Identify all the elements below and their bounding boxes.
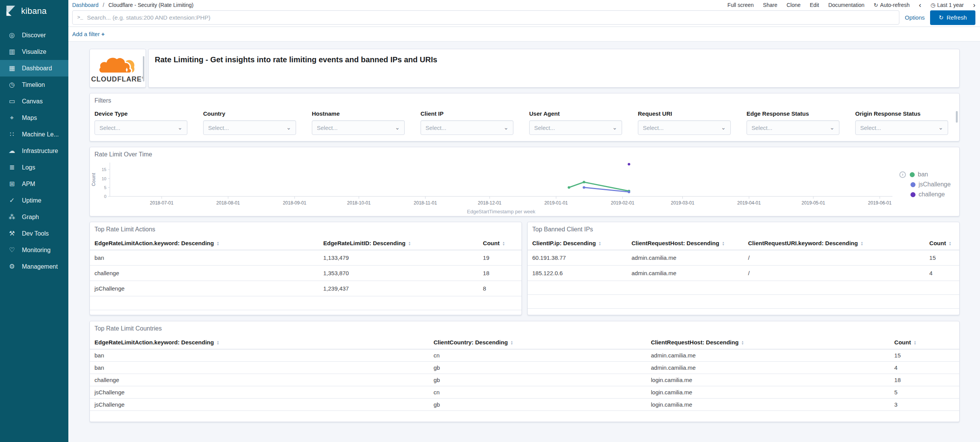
column-header-clientcountry-descending[interactable]: ClientCountry: Descending▲▼ — [429, 334, 646, 349]
kibana-brand-text: kibana — [21, 6, 47, 16]
svg-text:EdgeStartTimestamp per week: EdgeStartTimestamp per week — [467, 209, 535, 214]
actions-table: EdgeRateLimitAction.keyword: Descending▲… — [90, 235, 521, 310]
sidebar-item-canvas[interactable]: ▭Canvas — [0, 93, 68, 110]
breadcrumb-dashboard-link[interactable]: Dashboard — [72, 2, 99, 8]
options-link[interactable]: Options — [905, 14, 925, 21]
banned-ips-table: ClientIP.ip: Descending▲▼ClientRequestHo… — [528, 235, 959, 309]
legend-color-dot — [910, 192, 915, 197]
sidebar-item-discover[interactable]: ◎Discover — [0, 27, 68, 43]
legend-item-ban[interactable]: ›ban — [899, 169, 951, 179]
filter-select-user-agent[interactable]: Select...⌄ — [529, 120, 622, 135]
svg-text:0: 0 — [104, 194, 106, 199]
search-box[interactable]: >_ — [72, 10, 899, 25]
filter-select-country[interactable]: Select...⌄ — [203, 120, 296, 135]
menu-documentation[interactable]: Documentation — [828, 2, 864, 8]
time-forward-chevron-icon[interactable]: › — [973, 2, 975, 8]
sidebar-item-apm[interactable]: ⊞APM — [0, 176, 68, 192]
table-cell: 185.122.0.6 — [528, 266, 627, 281]
sidebar-item-dashboard[interactable]: ▦Dashboard — [0, 60, 68, 76]
sidebar-item-machine-learning[interactable]: ∷Machine Le... — [0, 126, 68, 143]
filter-client-ip: Client IPSelect...⌄ — [420, 110, 513, 135]
sidebar-item-label: APM — [22, 181, 35, 188]
svg-text:2019-05-01: 2019-05-01 — [801, 200, 825, 206]
legend-item-challenge[interactable]: challenge — [899, 189, 951, 199]
time-back-chevron-icon[interactable]: ‹ — [919, 2, 921, 8]
table-cell: gb — [429, 399, 646, 411]
column-header-clientrequesthost-descending[interactable]: ClientRequestHost: Descending▲▼ — [627, 235, 743, 250]
chevron-down-icon: ⌄ — [938, 124, 943, 131]
column-header-edgeratelimitaction-keyword-descending[interactable]: EdgeRateLimitAction.keyword: Descending▲… — [90, 334, 429, 349]
sidebar-item-label: Timelion — [22, 81, 45, 88]
kibana-logo-block[interactable]: kibana — [0, 0, 68, 22]
table-cell: 15 — [925, 250, 959, 266]
sidebar-item-label: Dashboard — [22, 65, 52, 72]
table-cell: ban — [90, 349, 429, 362]
auto-refresh-button[interactable]: ↻Auto-refresh — [874, 2, 910, 8]
table-cell: 4 — [890, 362, 959, 374]
column-header-clientrequesthost-descending[interactable]: ClientRequestHost: Descending▲▼ — [646, 334, 890, 349]
countries-table: EdgeRateLimitAction.keyword: Descending▲… — [90, 334, 959, 411]
sidebar-item-label: Visualize — [22, 48, 46, 55]
column-header-clientrequesturi-keyword-descending[interactable]: ClientRequestURI.keyword: Descending▲▼ — [743, 235, 925, 250]
filter-label: Device Type — [94, 110, 187, 117]
sidebar-item-graph[interactable]: ⁂Graph — [0, 209, 68, 225]
clock-icon: ◷ — [930, 2, 935, 8]
sidebar-item-label: Discover — [22, 32, 46, 39]
column-header-count[interactable]: Count▲▼ — [890, 334, 959, 349]
refresh-button[interactable]: ↻ Refresh — [930, 10, 975, 25]
table-cell: 19 — [478, 250, 521, 266]
main-area: Dashboard / Cloudflare - Security (Rate … — [68, 0, 980, 442]
filter-select-hostname[interactable]: Select...⌄ — [312, 120, 405, 135]
sidebar-item-monitoring[interactable]: ♡Monitoring — [0, 242, 68, 258]
select-placeholder: Select... — [99, 125, 120, 131]
column-header-edgeratelimitaction-keyword-descending[interactable]: EdgeRateLimitAction.keyword: Descending▲… — [90, 235, 319, 250]
column-header-clientip-ip-descending[interactable]: ClientIP.ip: Descending▲▼ — [528, 235, 627, 250]
column-header-count[interactable]: Count▲▼ — [925, 235, 959, 250]
filters-row: Device TypeSelect...⌄CountrySelect...⌄Ho… — [90, 104, 959, 135]
filter-select-client-ip[interactable]: Select...⌄ — [420, 120, 513, 135]
legend-item-jschallenge[interactable]: jsChallenge — [899, 179, 951, 189]
filter-select-edge-response-status[interactable]: Select...⌄ — [747, 120, 839, 135]
top-rate-limit-actions-panel: Top Rate Limit Actions EdgeRateLimitActi… — [89, 222, 522, 315]
sidebar-item-logs[interactable]: ≣Logs — [0, 159, 68, 176]
panel-scrollbar[interactable] — [143, 56, 144, 81]
search-input[interactable] — [87, 14, 895, 21]
filter-select-origin-response-status[interactable]: Select...⌄ — [855, 120, 948, 135]
legend-collapse-icon[interactable]: › — [899, 171, 906, 178]
table-cell: challenge — [90, 266, 319, 281]
sidebar-item-uptime[interactable]: ✓Uptime — [0, 192, 68, 209]
filter-label: Origin Response Status — [855, 110, 948, 117]
sidebar-item-management[interactable]: ⚙Management — [0, 258, 68, 275]
dashboard-description: Rate Limiting - Get insights into rate l… — [149, 49, 959, 64]
filter-select-device-type[interactable]: Select...⌄ — [94, 120, 187, 135]
column-header-edgeratelimitid-descending[interactable]: EdgeRateLimitID: Descending▲▼ — [319, 235, 478, 250]
topbar: Dashboard / Cloudflare - Security (Rate … — [68, 0, 980, 8]
panel-scrollbar[interactable] — [956, 111, 958, 123]
filter-label: Hostname — [312, 110, 405, 117]
legend-color-dot — [910, 172, 915, 177]
bar-chart-icon: ▥ — [8, 48, 16, 56]
filter-select-request-uri[interactable]: Select...⌄ — [638, 120, 731, 135]
menu-clone[interactable]: Clone — [786, 2, 801, 8]
time-picker-button[interactable]: ◷Last 1 year — [930, 2, 963, 8]
sidebar-item-dev-tools[interactable]: ⚒Dev Tools — [0, 225, 68, 242]
sort-icon: ▲▼ — [722, 241, 725, 246]
sidebar-item-infrastructure[interactable]: ☁Infrastructure — [0, 143, 68, 159]
top-menu: Full screenShareCloneEditDocumentation ↻… — [727, 2, 975, 8]
svg-text:2019-01-01: 2019-01-01 — [544, 200, 568, 206]
column-header-count[interactable]: Count▲▼ — [478, 235, 521, 250]
sidebar-item-timelion[interactable]: ◷Timelion — [0, 76, 68, 93]
menu-edit[interactable]: Edit — [810, 2, 819, 8]
sidebar-nav: ◎Discover▥Visualize▦Dashboard◷Timelion▭C… — [0, 22, 68, 275]
sidebar-item-maps[interactable]: ⌖Maps — [0, 110, 68, 126]
menu-full-screen[interactable]: Full screen — [727, 2, 753, 8]
sidebar-item-visualize[interactable]: ▥Visualize — [0, 43, 68, 60]
add-filter-link[interactable]: Add a filter+ — [72, 31, 104, 37]
chevron-down-icon: ⌄ — [829, 124, 834, 131]
table-cell: 5 — [890, 386, 959, 399]
legend-label: ban — [918, 171, 928, 178]
filter-origin-response-status: Origin Response StatusSelect...⌄ — [855, 110, 948, 135]
gear-icon: ⚙ — [8, 263, 16, 271]
menu-share[interactable]: Share — [763, 2, 777, 8]
table-cell: admin.camilia.me — [646, 349, 890, 362]
